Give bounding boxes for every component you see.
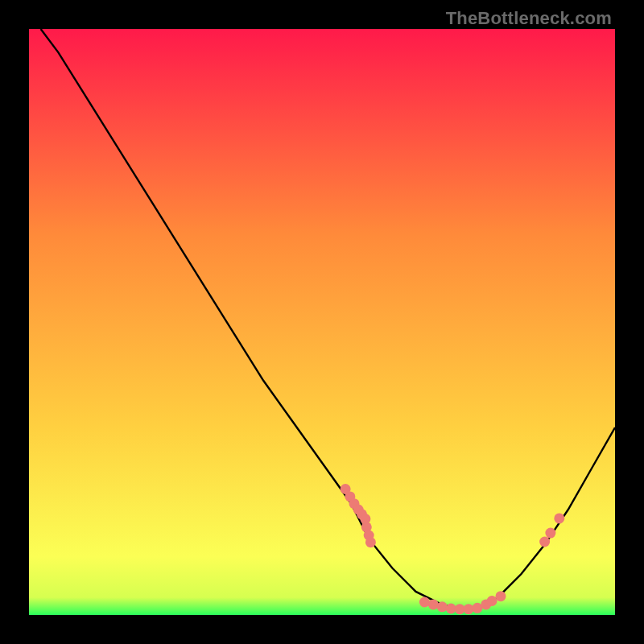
data-marker — [437, 601, 448, 612]
watermark-label: TheBottleneck.com — [446, 8, 612, 29]
data-marker — [554, 513, 564, 523]
data-marker — [419, 597, 430, 608]
chart-frame — [29, 29, 615, 615]
data-marker — [428, 599, 439, 609]
data-marker — [496, 591, 506, 601]
gradient-background — [29, 29, 615, 615]
data-marker — [545, 528, 555, 539]
data-marker — [464, 604, 474, 614]
bottleneck-chart — [29, 29, 615, 615]
data-marker — [539, 537, 550, 547]
data-marker — [365, 537, 376, 547]
